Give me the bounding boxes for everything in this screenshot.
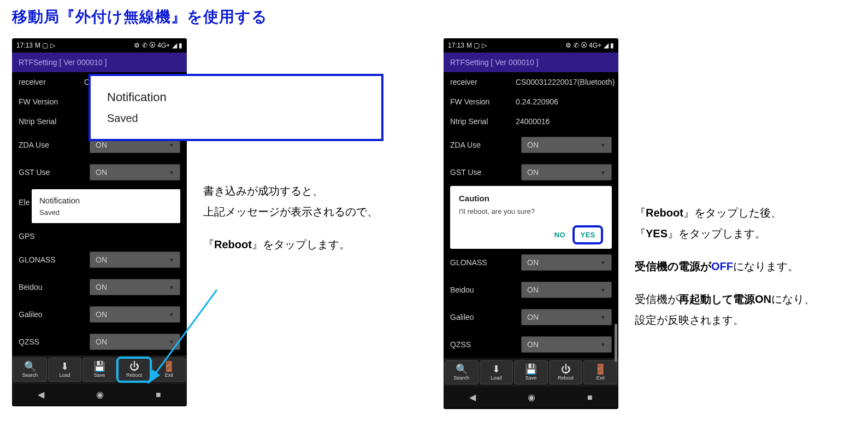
caution-title: Caution [459,194,603,203]
scrollbar[interactable] [615,324,617,362]
caution-body: I'll reboot, are you sure? [459,207,603,215]
gst-use-label: GST Use [19,168,84,177]
qzss-dropdown[interactable]: ON▼ [90,334,180,350]
galileo-dropdown[interactable]: ON▼ [521,309,612,325]
nav-home-icon[interactable]: ◉ [528,392,535,402]
save-icon: 💾 [525,364,537,374]
gst-use-dropdown[interactable]: ON▼ [521,164,612,180]
chevron-down-icon: ▼ [600,142,606,148]
chevron-down-icon: ▼ [600,260,606,266]
save-button[interactable]: 💾Save [514,360,548,384]
exit-button[interactable]: 🚪Exit [583,360,617,384]
beidou-dropdown[interactable]: ON▼ [521,282,612,298]
status-right-icons: ⚙ ✆ ⦿ 4G+ ◢ ▮ [134,42,182,49]
glonass-dropdown[interactable]: ON▼ [521,254,612,271]
chevron-down-icon: ▼ [600,170,606,176]
power-icon: ⏻ [129,361,139,371]
android-nav-bar: ◀ ◉ ■ [444,387,618,408]
nav-recent-icon[interactable]: ■ [156,390,161,400]
instruction-line-1: 書き込みが成功すると、 [203,180,378,201]
chevron-down-icon: ▼ [600,314,606,320]
load-button[interactable]: ⬇Load [48,358,82,382]
ntrip-serial-value: 24000016 [516,117,550,126]
status-left-icons: M ▢ ▷ [35,42,55,49]
chevron-down-icon: ▼ [169,284,174,290]
clock: 17:13 [448,42,464,49]
callout-title: Notification [107,90,365,104]
bottom-toolbar: 🔍Search ⬇Load 💾Save ⏻Reboot 🚪Exit [444,358,618,387]
right-instruction-2: 『YES』をタップします。 [635,223,856,244]
save-icon: 💾 [93,361,105,371]
right-instruction-5: 設定が反映されます。 [635,310,856,330]
status-left-icons: M ▢ ▷ [467,42,487,49]
zda-use-label: ZDA Use [19,141,84,149]
receiver-value: CS000312220017(Bluetooth) [516,78,615,86]
load-icon: ⬇ [492,364,500,374]
glonass-label: GLONASS [450,258,516,267]
exit-button[interactable]: 🚪Exit [152,358,186,382]
glonass-label: GLONASS [19,255,84,264]
notification-title: Notification [39,196,173,205]
beidou-label: Beidou [450,285,516,294]
gst-use-label: GST Use [450,168,516,177]
chevron-down-icon: ▼ [169,257,174,263]
chevron-down-icon: ▼ [169,339,174,345]
clock: 17:13 [16,42,33,49]
qzss-dropdown[interactable]: ON▼ [521,336,612,353]
receiver-label: receiver [19,78,84,86]
status-right-icons: ⚙ ✆ ⦿ 4G+ ◢ ▮ [565,42,614,49]
beidou-dropdown[interactable]: ON▼ [90,279,180,295]
page-title: 移動局『外付け無線機』を使用する [12,7,856,27]
chevron-down-icon: ▼ [600,287,606,293]
ele-label: Ele [19,198,29,207]
save-button[interactable]: 💾Save [82,358,116,382]
search-icon: 🔍 [456,364,468,374]
phone-screenshot-right: 17:13M ▢ ▷ ⚙ ✆ ⦿ 4G+ ◢ ▮ RTFSetting [ Ve… [444,38,618,409]
receiver-label: receiver [450,78,516,86]
instruction-line-2: 上記メッセージが表示されるので、 [203,201,378,222]
search-button[interactable]: 🔍Search [445,360,479,384]
reboot-button[interactable]: ⏻Reboot [549,360,583,384]
exit-icon: 🚪 [163,361,175,371]
notification-body: Saved [39,208,173,217]
load-button[interactable]: ⬇Load [480,360,513,384]
callout-body: Saved [107,112,365,125]
nav-back-icon[interactable]: ◀ [469,392,476,402]
notification-popup: Notification Saved [32,189,180,223]
android-nav-bar: ◀ ◉ ■ [12,384,187,405]
power-icon: ⏻ [561,364,571,374]
glonass-dropdown[interactable]: ON▼ [90,252,180,268]
zda-use-dropdown[interactable]: ON▼ [521,137,612,153]
reboot-button[interactable]: ⏻Reboot [117,358,151,382]
fw-version-label: FW Version [450,97,516,106]
gst-use-dropdown[interactable]: ON▼ [90,164,180,180]
right-instruction-4: 受信機が再起動して電源ONになり、 [635,289,856,310]
right-instruction-3: 受信機の電源がOFFになります。 [635,256,856,277]
instruction-line-3: 『Reboot』をタップします。 [203,234,378,255]
app-header: RTFSetting [ Ver 000010 ] [12,52,187,72]
chevron-down-icon: ▼ [600,342,606,348]
status-bar: 17:13M ▢ ▷ ⚙ ✆ ⦿ 4G+ ◢ ▮ [444,38,618,52]
search-button[interactable]: 🔍Search [13,358,47,382]
nav-recent-icon[interactable]: ■ [587,393,593,402]
right-instruction-1: 『Reboot』をタップした後、 [635,202,856,223]
zda-use-label: ZDA Use [450,141,516,149]
no-button[interactable]: NO [549,227,571,242]
ntrip-serial-label: Ntrip Serial [19,117,84,126]
nav-home-icon[interactable]: ◉ [96,389,104,400]
chevron-down-icon: ▼ [169,312,174,318]
qzss-label: QZSS [19,337,84,346]
ntrip-serial-label: Ntrip Serial [450,117,516,126]
chevron-down-icon: ▼ [169,142,174,148]
nav-back-icon[interactable]: ◀ [38,389,44,400]
galileo-label: Galileo [450,313,516,322]
fw-version-value: 0.24.220906 [516,97,558,106]
exit-icon: 🚪 [594,364,606,374]
status-bar: 17:13M ▢ ▷ ⚙ ✆ ⦿ 4G+ ◢ ▮ [12,38,187,52]
search-icon: 🔍 [24,361,36,371]
galileo-dropdown[interactable]: ON▼ [90,306,180,323]
galileo-label: Galileo [19,310,84,319]
yes-button[interactable]: YES [572,225,603,244]
load-icon: ⬇ [61,361,69,371]
beidou-label: Beidou [19,283,84,291]
